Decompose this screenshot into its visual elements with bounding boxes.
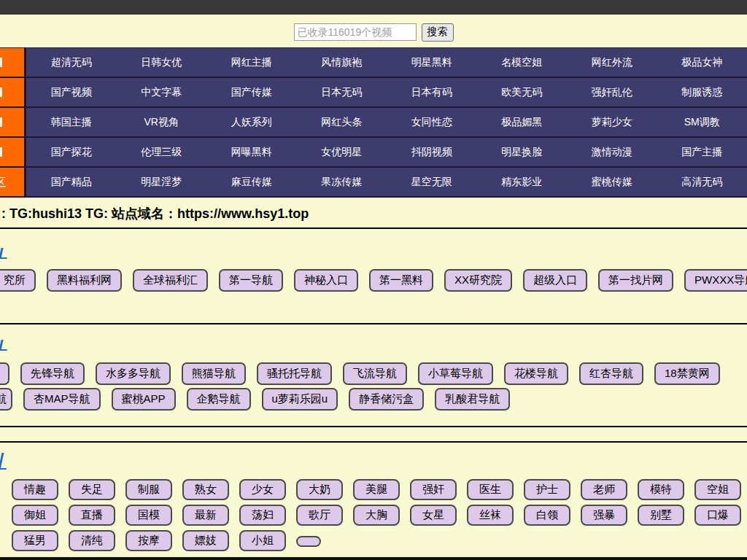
nav-site-button[interactable]: 蜜桃APP	[112, 388, 176, 411]
search-button[interactable]: 搜索	[422, 23, 454, 42]
tag-button[interactable]: 护士	[524, 479, 570, 500]
category-link[interactable]: 网红外流	[567, 48, 657, 77]
category-link[interactable]: 女同性恋	[387, 108, 477, 136]
tag-button[interactable]: 强奸	[410, 479, 457, 500]
nav-site-button[interactable]: 熊猫导航	[182, 362, 246, 385]
nav-site-button[interactable]: 先锋导航	[20, 362, 85, 385]
tag-button[interactable]: 清纯	[69, 530, 115, 551]
category-link[interactable]: 极品女神	[657, 48, 747, 77]
category-link[interactable]: 风情旗袍	[297, 48, 387, 77]
tag-button[interactable]: 别墅	[638, 505, 684, 526]
category-link[interactable]: 人妖系列	[206, 108, 297, 136]
category-link[interactable]: 极品媚黑	[477, 108, 568, 136]
tag-button[interactable]: 女星	[410, 505, 457, 526]
tag-button[interactable]: 情趣	[12, 479, 58, 500]
category-link[interactable]: 国产视频	[26, 78, 117, 106]
tag-button[interactable]: 美腿	[353, 479, 400, 500]
tag-button[interactable]: 老师	[581, 479, 627, 500]
tag-button[interactable]: 白领	[524, 505, 570, 526]
tag-button[interactable]: 少女	[239, 479, 286, 500]
tag-button[interactable]: 大奶	[296, 479, 343, 500]
nav-site-button[interactable]: 飞流导航	[343, 362, 407, 385]
category-link[interactable]: 名模空姐	[477, 48, 568, 77]
tag-button[interactable]: 嫖妓	[182, 530, 229, 551]
nav-site-button[interactable]: 企鹅导航	[187, 388, 251, 411]
category-link[interactable]: 制服诱惑	[657, 78, 747, 106]
nav-site-button[interactable]: 黑料福利网	[47, 269, 122, 292]
category-link[interactable]: 强奸乱伦	[567, 78, 657, 106]
category-link[interactable]: 明星换脸	[477, 138, 568, 166]
tag-button[interactable]: 国模	[125, 505, 172, 526]
nav-site-button[interactable]: 18禁黄网	[654, 362, 720, 385]
category-link[interactable]: VR视角	[117, 108, 207, 136]
tag-button[interactable]	[296, 536, 321, 547]
grid-side-cell[interactable]	[0, 78, 26, 106]
category-link[interactable]: 国产精品	[26, 168, 117, 196]
nav-site-button[interactable]: 静香储污盒	[349, 388, 424, 411]
tag-button[interactable]: 丝袜	[467, 505, 514, 526]
nav-site-button[interactable]: 全球福利汇	[133, 269, 208, 292]
tag-button[interactable]: 空姐	[694, 479, 741, 500]
tag-button[interactable]: 强暴	[581, 505, 627, 526]
category-link[interactable]: 韩国主播	[26, 108, 117, 136]
category-link[interactable]: 蜜桃传媒	[567, 168, 657, 196]
nav-site-button[interactable]: 第一黑料	[369, 269, 433, 292]
category-link[interactable]: 中文字幕	[117, 78, 207, 106]
category-link[interactable]: 国产探花	[26, 138, 117, 166]
category-link[interactable]: 超清无码	[26, 48, 117, 77]
category-link[interactable]: 明星黑料	[387, 48, 477, 77]
nav-site-button[interactable]: 红杏导航	[579, 362, 643, 385]
category-link[interactable]: 女优明星	[297, 138, 387, 166]
category-link[interactable]: 日韩女优	[117, 48, 207, 77]
nav-site-button[interactable]: PWXXX导航	[684, 269, 747, 292]
tag-button[interactable]: 御姐	[12, 505, 58, 526]
nav-site-button[interactable]: 乳酸君导航	[435, 388, 510, 411]
grid-side-cell[interactable]: 区	[0, 168, 26, 196]
category-link[interactable]: 萝莉少女	[567, 108, 657, 136]
nav-site-button[interactable]: 杏MAP导航	[23, 388, 101, 411]
nav-site-button[interactable]: 小草莓导航	[418, 362, 493, 385]
tag-button[interactable]: 按摩	[125, 530, 172, 551]
grid-side-cell[interactable]	[0, 48, 26, 77]
nav-site-button[interactable]: 究所	[0, 269, 36, 292]
tag-button[interactable]: 大胸	[353, 505, 400, 526]
nav-site-button[interactable]: 超级入口	[523, 269, 587, 292]
category-link[interactable]: 网红主播	[206, 48, 297, 77]
category-link[interactable]: 网曝黑料	[206, 138, 297, 166]
category-link[interactable]: 国产主播	[657, 138, 747, 166]
category-link[interactable]: 网红头条	[297, 108, 387, 136]
grid-side-cell[interactable]	[0, 108, 26, 136]
tag-button[interactable]: 失足	[69, 479, 115, 500]
tag-button[interactable]: 口爆	[694, 505, 741, 526]
category-link[interactable]: 日本有码	[387, 78, 477, 106]
category-link[interactable]: 激情动漫	[567, 138, 657, 166]
category-link[interactable]: 高清无码	[657, 168, 747, 196]
category-link[interactable]: 伦理三级	[117, 138, 207, 166]
category-link[interactable]: 精东影业	[477, 168, 568, 196]
category-link[interactable]: 抖阴视频	[387, 138, 477, 166]
tag-button[interactable]: 猛男	[12, 530, 58, 551]
nav-site-button[interactable]: 花楼导航	[504, 362, 568, 385]
nav-site-button[interactable]: 骚托托导航	[257, 362, 332, 385]
tag-button[interactable]: 制服	[125, 479, 172, 500]
tag-button[interactable]: 小姐	[239, 530, 286, 551]
nav-site-button[interactable]	[0, 362, 9, 385]
nav-site-button[interactable]: 航	[0, 388, 12, 411]
search-input[interactable]	[294, 23, 417, 41]
category-link[interactable]: 星空无限	[387, 168, 477, 196]
tag-button[interactable]: 最新	[182, 505, 229, 526]
category-link[interactable]: 国产传媒	[206, 78, 297, 106]
tag-button[interactable]: 歌厅	[296, 505, 343, 526]
category-link[interactable]: SM调教	[657, 108, 747, 136]
tag-button[interactable]: 模特	[638, 479, 684, 500]
category-link[interactable]: 欧美无码	[477, 78, 568, 106]
nav-site-button[interactable]: u萝莉乐园u	[262, 388, 338, 411]
category-link[interactable]: 麻豆传媒	[206, 168, 297, 196]
category-link[interactable]: 果冻传媒	[297, 168, 387, 196]
category-link[interactable]: 日本无码	[297, 78, 387, 106]
nav-site-button[interactable]: 神秘入口	[294, 269, 358, 292]
nav-site-button[interactable]: 第一找片网	[598, 269, 673, 292]
tag-button[interactable]: 医生	[467, 479, 514, 500]
category-link[interactable]: 明星淫梦	[117, 168, 207, 196]
tag-button[interactable]: 荡妇	[239, 505, 286, 526]
